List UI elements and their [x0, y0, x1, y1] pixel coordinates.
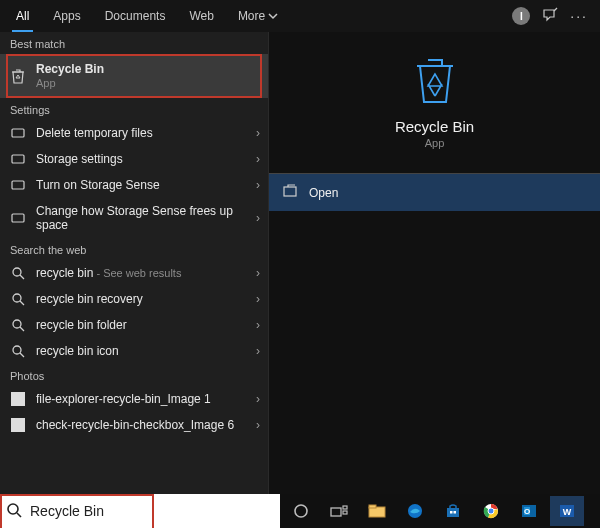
result-label: Change how Storage Sense frees up space: [36, 204, 250, 232]
tab-web[interactable]: Web: [177, 0, 225, 32]
result-setting[interactable]: Turn on Storage Sense ›: [0, 172, 268, 198]
image-thumb-icon: [8, 392, 28, 406]
taskbar-outlook-icon[interactable]: O: [512, 496, 546, 526]
result-best-match[interactable]: Recycle Bin App: [0, 54, 268, 98]
recycle-bin-large-icon: [408, 52, 462, 106]
chevron-right-icon: ›: [256, 126, 260, 140]
settings-row-icon: [8, 152, 28, 166]
main-split: Best match Recycle Bin App Settings Dele…: [0, 32, 600, 494]
result-setting[interactable]: Storage settings ›: [0, 146, 268, 172]
search-bar[interactable]: [0, 494, 280, 528]
result-setting[interactable]: Delete temporary files ›: [0, 120, 268, 146]
action-open-label: Open: [309, 186, 338, 200]
results-pane: Best match Recycle Bin App Settings Dele…: [0, 32, 268, 494]
result-web[interactable]: recycle bin - See web results ›: [0, 260, 268, 286]
chevron-down-icon: [269, 12, 277, 20]
search-icon: [8, 292, 28, 306]
result-photo[interactable]: file-explorer-recycle-bin_Image 1 ›: [0, 386, 268, 412]
tab-more[interactable]: More: [226, 0, 289, 32]
chevron-right-icon: ›: [256, 392, 260, 406]
taskbar-store-icon[interactable]: [436, 496, 470, 526]
chevron-right-icon: ›: [256, 418, 260, 432]
settings-row-icon: [8, 178, 28, 192]
chevron-right-icon: ›: [256, 292, 260, 306]
svg-rect-2: [12, 155, 24, 163]
chevron-right-icon: ›: [256, 344, 260, 358]
svg-rect-21: [369, 505, 376, 508]
titlebar-right: I ···: [512, 7, 596, 25]
preview-title: Recycle Bin: [395, 118, 474, 135]
result-setting[interactable]: Change how Storage Sense frees up space …: [0, 198, 268, 238]
search-icon: [6, 502, 22, 521]
svg-rect-19: [343, 511, 347, 514]
svg-rect-4: [12, 214, 24, 222]
section-settings: Settings: [0, 98, 268, 120]
svg-line-12: [20, 353, 24, 357]
section-web: Search the web: [0, 238, 268, 260]
result-label: recycle bin folder: [36, 318, 250, 332]
taskbar: O W: [280, 494, 600, 528]
svg-rect-25: [454, 511, 457, 514]
preview-pane: Recycle Bin App Open: [268, 32, 600, 494]
taskbar-explorer-icon[interactable]: [360, 496, 394, 526]
result-label: recycle bin icon: [36, 344, 250, 358]
svg-point-14: [8, 504, 18, 514]
feedback-icon[interactable]: [542, 8, 558, 24]
svg-line-15: [17, 513, 21, 517]
chevron-right-icon: ›: [256, 178, 260, 192]
search-icon: [8, 318, 28, 332]
svg-rect-18: [343, 506, 347, 509]
result-web[interactable]: recycle bin recovery ›: [0, 286, 268, 312]
settings-row-icon: [8, 211, 28, 225]
svg-rect-24: [450, 511, 453, 514]
taskbar-cortana-icon[interactable]: [284, 496, 318, 526]
result-label: Delete temporary files: [36, 126, 250, 140]
action-open[interactable]: Open: [269, 174, 600, 211]
tab-apps[interactable]: Apps: [41, 0, 92, 32]
result-label: Storage settings: [36, 152, 250, 166]
account-avatar[interactable]: I: [512, 7, 530, 25]
taskbar-edge-icon[interactable]: [398, 496, 432, 526]
result-text: Recycle Bin App: [36, 62, 260, 90]
svg-line-8: [20, 301, 24, 305]
result-label: recycle bin - See web results: [36, 266, 250, 280]
chevron-right-icon: ›: [256, 266, 260, 280]
section-best-match: Best match: [0, 32, 268, 54]
svg-point-16: [295, 505, 307, 517]
result-web[interactable]: recycle bin folder ›: [0, 312, 268, 338]
svg-rect-13: [284, 187, 296, 196]
svg-line-10: [20, 327, 24, 331]
tab-more-label: More: [238, 0, 265, 32]
svg-text:O: O: [524, 507, 530, 516]
svg-point-11: [13, 346, 21, 354]
search-input[interactable]: [28, 502, 274, 520]
settings-row-icon: [8, 126, 28, 140]
more-options-icon[interactable]: ···: [570, 8, 588, 24]
chevron-right-icon: ›: [256, 318, 260, 332]
svg-point-5: [13, 268, 21, 276]
result-label: recycle bin recovery: [36, 292, 250, 306]
result-web[interactable]: recycle bin icon ›: [0, 338, 268, 364]
result-label: file-explorer-recycle-bin_Image 1: [36, 392, 250, 406]
svg-rect-23: [447, 508, 459, 517]
svg-point-7: [13, 294, 21, 302]
tab-all[interactable]: All: [4, 0, 41, 32]
preview-subtitle: App: [425, 137, 445, 149]
chevron-right-icon: ›: [256, 211, 260, 225]
open-icon: [283, 184, 299, 201]
svg-point-9: [13, 320, 21, 328]
svg-text:W: W: [563, 507, 572, 517]
svg-line-6: [20, 275, 24, 279]
svg-rect-17: [331, 508, 341, 516]
preview-header: Recycle Bin App: [269, 32, 600, 163]
result-label: check-recycle-bin-checkbox_Image 6: [36, 418, 250, 432]
section-photos: Photos: [0, 364, 268, 386]
taskbar-chrome-icon[interactable]: [474, 496, 508, 526]
chevron-right-icon: ›: [256, 152, 260, 166]
search-icon: [8, 344, 28, 358]
search-tabs: All Apps Documents Web More I ···: [0, 0, 600, 32]
taskbar-word-icon[interactable]: W: [550, 496, 584, 526]
result-photo[interactable]: check-recycle-bin-checkbox_Image 6 ›: [0, 412, 268, 438]
tab-documents[interactable]: Documents: [93, 0, 178, 32]
taskbar-taskview-icon[interactable]: [322, 496, 356, 526]
